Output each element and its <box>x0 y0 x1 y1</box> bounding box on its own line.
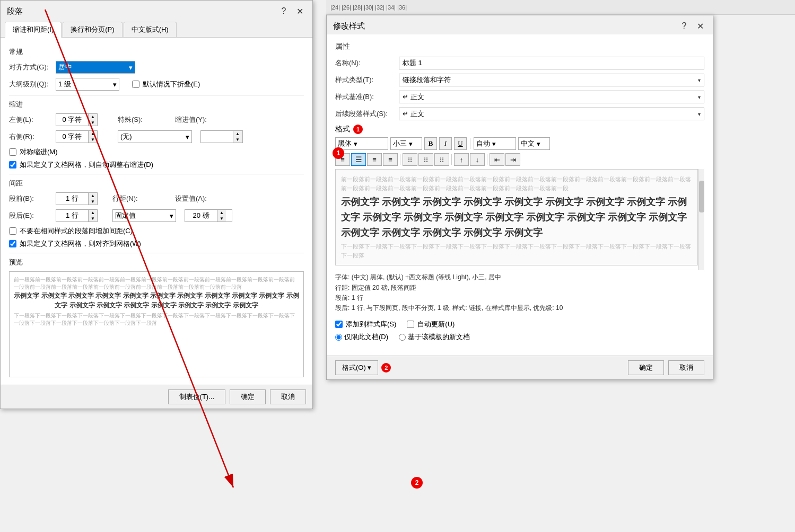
indent-dec-btn[interactable]: ⇤ <box>490 153 504 166</box>
right-down-btn[interactable]: ▼ <box>89 137 97 143</box>
align-center-btn[interactable]: ☰ <box>351 153 366 166</box>
before-down-btn[interactable]: ▼ <box>89 199 97 205</box>
style-base-select[interactable]: ↵ 正文 ▾ <box>399 91 704 103</box>
modify-help-button[interactable]: ? <box>678 20 691 32</box>
symmetric-checkbox[interactable] <box>9 148 16 156</box>
tab-chinese-style[interactable]: 中文版式(H) <box>124 22 177 37</box>
special-select[interactable]: (无) ▾ <box>118 130 192 143</box>
circle1-absolute: 1 <box>333 147 344 159</box>
preview-prev-text: 前一段落前一段落前一段落前一段落前一段落前一段落前一段落前一段落前一段落前一段落… <box>14 276 299 291</box>
add-library-checkbox[interactable] <box>335 321 343 328</box>
circle2-text: 2 <box>415 479 419 486</box>
align-distribute3-btn[interactable]: ⁝⁝ <box>434 153 449 166</box>
new-doc-label[interactable]: 基于该模板的新文档 <box>399 332 470 342</box>
close-button[interactable]: ✕ <box>293 5 306 17</box>
format-label: 格式 1 <box>335 125 704 134</box>
auto-adjust-checkbox[interactable] <box>9 161 16 169</box>
font-name-arrow: ▾ <box>354 140 357 148</box>
align-select[interactable]: 居中 ▾ <box>56 61 135 74</box>
line-spacing-select[interactable]: 固定值 ▾ <box>112 209 176 222</box>
after-spinner[interactable]: ▲ ▼ <box>56 209 98 222</box>
scrollbar-thumb[interactable] <box>699 181 704 212</box>
spacing-val-down[interactable]: ▼ <box>217 216 226 221</box>
add-library-label[interactable]: 添加到样式库(S) <box>335 320 396 329</box>
align-right-btn[interactable]: ≡ <box>367 153 382 166</box>
circle-badge-1: 1 <box>353 125 363 134</box>
before-input[interactable] <box>56 193 88 205</box>
modify-ok-button[interactable]: 确定 <box>628 360 664 375</box>
modify-cancel-button[interactable]: 取消 <box>668 360 704 375</box>
indent-val-spinner[interactable]: ▲ ▼ <box>200 130 243 143</box>
font-color-select[interactable]: 自动 ▾ <box>474 137 516 150</box>
font-lang-value: 中文 <box>521 139 535 148</box>
next-para-select[interactable]: ↵ 正文 ▾ <box>399 108 704 120</box>
modify-title: 修改样式 <box>333 21 365 31</box>
indent-val-input[interactable] <box>201 131 233 143</box>
tab-indent-spacing[interactable]: 缩进和间距(I) <box>5 22 62 38</box>
preview-scrollbar[interactable] <box>698 169 704 270</box>
new-doc-radio[interactable] <box>399 334 406 341</box>
format-button[interactable]: 格式(O) ▾ <box>335 360 378 375</box>
indent-val-down[interactable]: ▼ <box>233 137 242 143</box>
align-justify-btn[interactable]: ≡ <box>383 153 398 166</box>
left-input[interactable] <box>56 114 88 126</box>
right-up-btn[interactable]: ▲ <box>89 131 97 137</box>
modify-preview-box: 前一段落前一段落前一段落前一段落前一段落前一段落前一段落前一段落前一段落前一段落… <box>335 169 698 265</box>
outline-select[interactable]: 1 级 ▾ <box>56 78 119 91</box>
spacing-val-spinner[interactable]: ▲ ▼ <box>185 209 232 222</box>
style-type-label: 样式类型(T): <box>335 75 399 85</box>
indent-inc-btn[interactable]: ⇥ <box>505 153 520 166</box>
spacing-val-up[interactable]: ▲ <box>217 210 226 216</box>
left-down-btn[interactable]: ▼ <box>89 120 97 126</box>
outline-arrow-icon: ▾ <box>113 81 117 88</box>
indent-val-label: 缩进值(Y): <box>175 115 217 125</box>
format-text: 格式 <box>335 125 350 134</box>
outline-value: 1 级 <box>58 79 71 89</box>
collapse-label[interactable]: 默认情况下折叠(E) <box>132 79 200 89</box>
auto-update-checkbox[interactable] <box>407 321 414 328</box>
underline-button[interactable]: U <box>454 137 467 150</box>
font-lang-select[interactable]: 中文 ▾ <box>518 137 550 150</box>
only-this-doc-radio[interactable] <box>335 334 342 341</box>
only-this-doc-label[interactable]: 仅限此文档(D) <box>335 332 388 342</box>
right-row: 右侧(R): ▲ ▼ (无) ▾ ▲ ▼ <box>9 130 304 143</box>
cancel-button[interactable]: 取消 <box>270 389 306 404</box>
bold-button[interactable]: B <box>424 137 437 150</box>
font-size-select[interactable]: 小三 ▾ <box>390 137 422 150</box>
modify-close-button[interactable]: ✕ <box>694 20 706 32</box>
before-up-btn[interactable]: ▲ <box>89 193 97 199</box>
after-down-btn[interactable]: ▼ <box>89 216 97 221</box>
font-name-select[interactable]: 黑体 ▾ <box>335 137 388 150</box>
after-input[interactable] <box>56 210 88 221</box>
style-base-value: ↵ 正文 <box>403 92 696 102</box>
help-button[interactable]: ? <box>277 5 290 17</box>
name-input[interactable] <box>399 57 704 69</box>
left-spinner[interactable]: ▲ ▼ <box>56 113 98 126</box>
ok-button[interactable]: 确定 <box>230 389 266 404</box>
after-row: 段后(E): ▲ ▼ 固定值 ▾ ▲ ▼ <box>9 209 304 222</box>
tabs-button[interactable]: 制表位(T)... <box>168 389 225 404</box>
indent-val-up[interactable]: ▲ <box>233 131 242 137</box>
left-up-btn[interactable]: ▲ <box>89 114 97 120</box>
properties-label: 属性 <box>335 42 704 51</box>
grid-align-checkbox[interactable] <box>9 240 16 247</box>
right-spinner-btns: ▲ ▼ <box>88 131 97 143</box>
collapse-text: 默认情况下折叠(E) <box>143 79 200 89</box>
spacing-val-input[interactable] <box>185 210 217 221</box>
tab-line-break[interactable]: 换行和分页(P) <box>63 22 122 37</box>
right-input[interactable] <box>56 131 88 143</box>
no-add-checkbox[interactable] <box>9 227 16 235</box>
italic-button[interactable]: I <box>439 137 452 150</box>
style-type-select[interactable]: 链接段落和字符 ▾ <box>399 74 704 86</box>
line-up-btn[interactable]: ↑ <box>454 153 469 166</box>
collapse-checkbox[interactable] <box>132 81 139 88</box>
align-distribute-btn[interactable]: ⁝⁝ <box>403 153 417 166</box>
before-spinner[interactable]: ▲ ▼ <box>56 192 98 205</box>
spacing-val-btns: ▲ ▼ <box>217 210 226 221</box>
auto-update-label[interactable]: 自动更新(U) <box>407 320 455 329</box>
line-down-btn[interactable]: ↓ <box>470 153 485 166</box>
align-distribute2-btn[interactable]: ⁝⁝ <box>418 153 433 166</box>
align-value: 居中 <box>58 63 72 72</box>
right-spinner[interactable]: ▲ ▼ <box>56 130 98 143</box>
after-up-btn[interactable]: ▲ <box>89 210 97 216</box>
